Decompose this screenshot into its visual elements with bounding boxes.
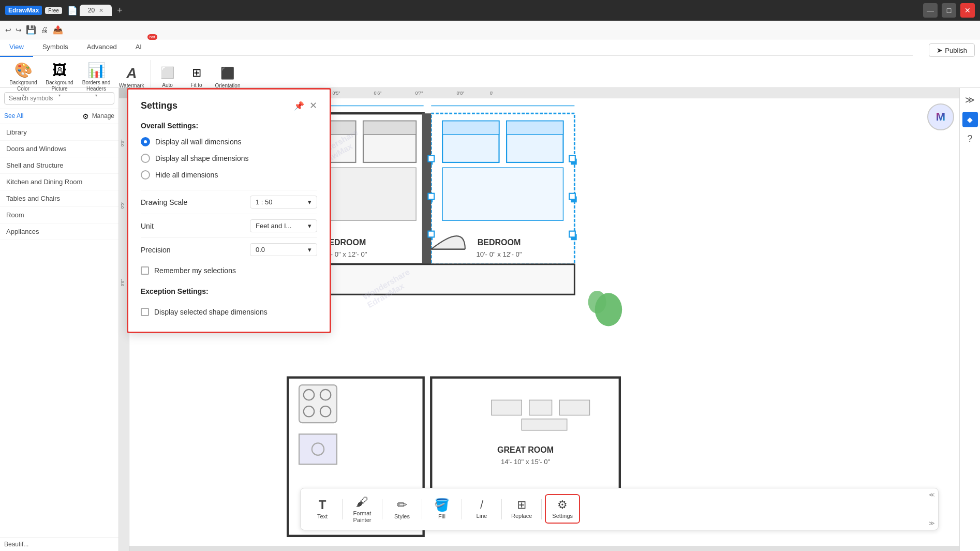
panel-close-button[interactable]: ✕ [309,100,317,111]
manage-link[interactable]: Manage [92,112,114,121]
drawing-scale-row: Drawing Scale 1 : 50 ▾ [141,190,317,214]
svg-rect-47 [428,156,434,162]
close-icon[interactable]: ✕ [960,3,975,18]
tab-advanced[interactable]: Advanced [78,38,126,57]
settings-tool-label: Settings [552,513,573,519]
background-color-icon: 🎨 [15,62,32,79]
svg-text:GREAT ROOM: GREAT ROOM [497,445,554,454]
undo-icon[interactable]: ↩ [5,26,11,34]
background-color-label: BackgroundColor [9,80,37,92]
background-color-caret[interactable]: ▾ [22,93,24,98]
replace-button[interactable]: ⊞ Replace [505,495,538,523]
tab-bar: 📄 20 ✕ + [67,5,918,16]
svg-rect-52 [569,231,575,237]
pin-icon[interactable]: 📌 [294,101,304,111]
fit-drawing-icon: ⊞ [188,65,205,81]
radio-hide-dimensions[interactable]: Hide all dimensions [141,170,317,180]
app-icon: EdrawMax [5,6,42,15]
svg-rect-14 [507,121,563,135]
fill-button[interactable]: 🪣 Fill [425,495,458,523]
publish-button[interactable]: ➤ Publish [929,43,975,57]
sidebar-item-doors-windows[interactable]: Doors and Windows [0,141,118,157]
format-painter-icon: 🖌 [356,495,368,509]
sidebar-item-appliances[interactable]: Appliances [0,224,118,240]
text-tool-button[interactable]: T Text [306,495,339,523]
background-color-button[interactable]: 🎨 BackgroundColor ▾ [5,56,41,103]
see-all-link[interactable]: See All [4,112,23,121]
borders-icon: 📊 [88,62,105,79]
exception-checkbox[interactable]: Display selected shape dimensions [141,303,317,321]
overall-settings-title: Overall Settings: [141,122,317,130]
redo-icon[interactable]: ↪ [16,26,22,34]
precision-caret: ▾ [308,246,311,254]
sidebar-item-shell-structure[interactable]: Shell and Structure [0,157,118,174]
exception-label: Display selected shape dimensions [154,308,268,316]
auto-size-icon: ⬜ [159,65,176,81]
borders-headers-button[interactable]: 📊 Borders andHeaders ▾ [78,56,115,103]
unit-value: Feet and I... [256,222,291,230]
radio-shape-label: Display all shape dimensions [155,154,249,162]
help-icon[interactable]: ? [965,131,974,146]
tab-symbols[interactable]: Symbols [33,38,78,57]
radio-shape-dimensions[interactable]: Display all shape dimensions [141,154,317,163]
toolbar-divider-4 [462,499,462,519]
precision-select[interactable]: 0.0 ▾ [250,243,317,256]
borders-label: Borders andHeaders [82,80,110,92]
new-tab-button[interactable]: + [114,5,126,16]
tab-ai[interactable]: AI hot [126,38,151,57]
styles-button[interactable]: ✏ Styles [385,495,419,523]
borders-caret[interactable]: ▾ [95,93,97,98]
remember-checkbox[interactable]: Remember my selections [141,261,317,280]
svg-rect-12 [442,121,499,135]
settings-tool-button[interactable]: ⚙ Settings [545,494,580,524]
ribbon-tabs: View Symbols Advanced AI hot [0,39,913,56]
svg-rect-49 [428,231,434,237]
svg-text:10'- 0" x 12'- 0": 10'- 0" x 12'- 0" [477,250,522,258]
settings-panel: Settings 📌 ✕ Overall Settings: Display a… [127,88,331,333]
tab-view[interactable]: View [0,38,33,57]
drawing-scale-select[interactable]: 1 : 50 ▾ [250,196,317,209]
toolbar-divider-1 [342,499,343,519]
unit-select[interactable]: Feet and I... ▾ [250,219,317,232]
line-button[interactable]: / Line [465,495,498,523]
radio-wall-dimensions[interactable]: Display all wall dimensions [141,137,317,146]
active-tab[interactable]: 20 ✕ [80,5,112,16]
export-icon[interactable]: 📤 [53,25,63,35]
background-picture-icon: 🖼 [51,62,68,79]
vruler-mark-2: 0'5" [120,202,125,209]
toolbar-divider-6 [541,499,542,519]
styles-icon: ✏ [397,498,407,512]
svg-rect-51 [569,193,575,200]
sidebar-item-kitchen-dining[interactable]: Kitchen and Dining Room [0,174,118,190]
tab-close-icon[interactable]: ✕ [99,7,103,14]
unit-row: Unit Feet and I... ▾ [141,214,317,237]
toolbar-collapse-right[interactable]: ≫ [929,520,935,527]
svg-rect-33 [522,419,567,430]
text-icon: T [319,498,326,512]
background-picture-caret[interactable]: ▾ [58,93,61,98]
title-icons: — □ ✕ [923,3,975,18]
svg-rect-50 [569,156,575,162]
svg-rect-36 [299,385,337,423]
maximize-icon[interactable]: □ [942,3,956,18]
svg-rect-15 [442,168,563,220]
print-icon[interactable]: 🖨 [40,25,49,35]
minimize-icon[interactable]: — [923,3,938,18]
drawing-scale-caret: ▾ [308,198,311,206]
right-panel-active-button[interactable]: ◆ [962,112,978,127]
sidebar-item-room[interactable]: Room [0,207,118,224]
left-sidebar: See All ⚙ Manage Library Doors and Windo… [0,88,119,551]
sidebar-item-library[interactable]: Library [0,124,118,141]
ai-circle[interactable]: M [927,103,954,130]
beautify-button[interactable]: Beautif... [0,537,118,551]
drawing-scale-label: Drawing Scale [141,198,187,206]
toolbar-collapse-left[interactable]: ≪ [929,492,935,498]
settings-tool-icon: ⚙ [557,498,568,512]
right-panel: ≫ ◆ ? [959,88,980,551]
horizontal-scrollbar[interactable] [129,546,975,551]
save-icon[interactable]: 💾 [26,25,36,35]
format-painter-button[interactable]: 🖌 Format Painter [346,492,379,527]
unit-label: Unit [141,222,154,230]
background-picture-button[interactable]: 🖼 BackgroundPicture ▾ [41,56,78,103]
sidebar-item-tables-chairs[interactable]: Tables and Chairs [0,190,118,207]
